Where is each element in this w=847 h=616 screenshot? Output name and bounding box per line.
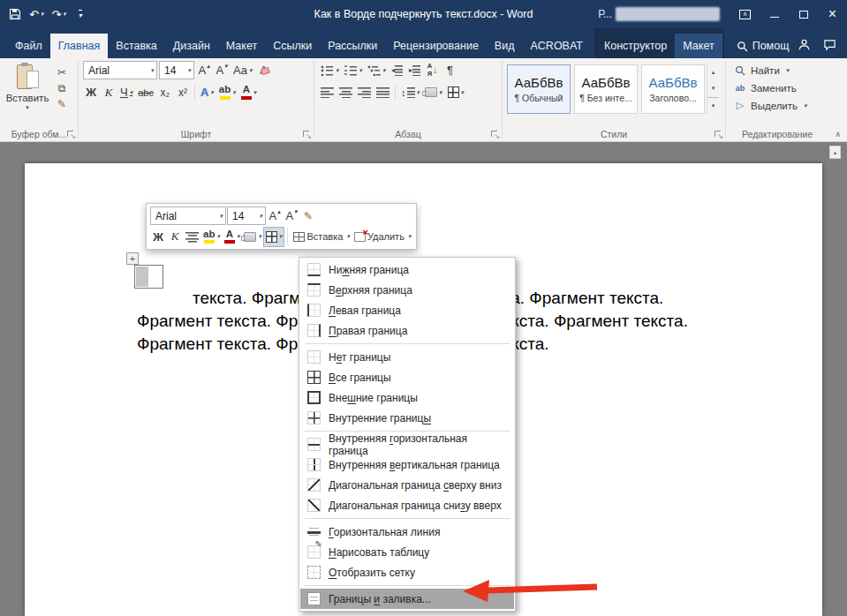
text-effects-button[interactable]: А▾ [199, 83, 216, 101]
menu-item-bottom-border[interactable]: Нижняя граница [300, 259, 514, 280]
select-button[interactable]: ▷ Выделить▾ [730, 98, 826, 113]
menu-item-inside-borders[interactable]: Внутренние границы [300, 408, 514, 428]
paste-button[interactable]: Вставить ▾ [4, 61, 50, 127]
style-normal[interactable]: АаБбВв ¶ Обычный [507, 64, 571, 114]
bold-button[interactable]: Ж [83, 83, 99, 101]
clipboard-dialog-launcher[interactable] [66, 130, 76, 139]
menu-item-diagonal-down-border[interactable]: Диагональная граница сверху вниз [300, 475, 514, 495]
menu-item-view-gridlines[interactable]: Отобразить сетку [300, 562, 514, 582]
tab-view[interactable]: Вид [487, 34, 523, 58]
borders-button[interactable]: ▾ [264, 228, 284, 246]
mini-font-family-combo[interactable]: Arial▾ [150, 207, 226, 225]
delete-button[interactable]: Удалить▾ [352, 227, 413, 246]
menu-item-inside-vertical-border[interactable]: Внутренняя вертикальная граница [300, 454, 514, 475]
borders-button[interactable]: ▾ [446, 83, 466, 101]
align-center-button[interactable] [337, 83, 354, 101]
maximize-button[interactable] [789, 0, 818, 28]
style-no-spacing[interactable]: АаБбВв ¶ Без инте... [574, 64, 638, 114]
tab-mailings[interactable]: Рассылки [320, 34, 385, 58]
highlight-color-button[interactable]: ab▾ [201, 228, 222, 246]
font-dialog-launcher[interactable] [302, 130, 312, 139]
close-button[interactable]: × [818, 0, 847, 28]
sort-button[interactable]: АЯ↓ [425, 61, 441, 79]
styles-scroll-up-button[interactable]: ▴ [707, 64, 719, 80]
customize-quick-access-button[interactable]: ▾ [71, 4, 90, 25]
multilevel-list-button[interactable]: ▾ [366, 61, 388, 79]
grow-font-button[interactable]: А▴ [267, 207, 283, 225]
format-painter-button[interactable]: ✎ [300, 207, 316, 225]
replace-button[interactable]: ab Заменить [730, 80, 826, 95]
tab-references[interactable]: Ссылки [265, 34, 320, 58]
menu-item-draw-table[interactable]: Нарисовать таблицу [300, 542, 514, 562]
change-case-button[interactable]: Аа▾ [231, 61, 254, 79]
tab-acrobat[interactable]: ACROBAT [522, 34, 591, 58]
tab-layout[interactable]: Макет [218, 34, 265, 58]
menu-item-right-border[interactable]: Правая граница [300, 320, 514, 341]
decrease-indent-button[interactable]: ◂ [389, 61, 405, 79]
save-button[interactable] [5, 4, 25, 25]
tab-file[interactable]: Файл [7, 34, 50, 58]
insert-table-button[interactable]: Вставка▾ [291, 227, 351, 246]
styles-more-button[interactable]: ▾ [707, 97, 719, 114]
font-family-combo[interactable]: Arial▾ [83, 61, 157, 79]
tab-design[interactable]: Дизайн [165, 34, 218, 58]
menu-item-horizontal-line[interactable]: Горизонтальная линия [300, 522, 514, 542]
tell-me-box[interactable]: Помощ [728, 34, 798, 58]
paragraph-dialog-launcher[interactable] [490, 130, 500, 139]
find-button[interactable]: Найти▾ [730, 63, 826, 78]
menu-item-no-border[interactable]: Нет границы [300, 347, 514, 367]
align-right-button[interactable] [356, 83, 373, 101]
redo-button[interactable]: ↷▾ [48, 4, 69, 25]
align-left-button[interactable] [319, 83, 336, 101]
menu-item-left-border[interactable]: Левая граница [300, 300, 514, 320]
menu-item-top-border[interactable]: Верхняя граница [300, 280, 514, 300]
format-painter-icon[interactable]: ✎ [57, 98, 66, 110]
table-move-handle[interactable]: + [126, 252, 139, 265]
menu-item-all-borders[interactable]: Все границы [300, 367, 514, 387]
comments-button[interactable] [823, 38, 836, 54]
tab-table-layout[interactable]: Макет [675, 34, 722, 58]
grow-font-button[interactable]: А▴ [196, 61, 212, 79]
show-paragraph-marks-button[interactable]: ¶ [442, 61, 458, 79]
shading-button[interactable]: ▾ [242, 228, 263, 246]
ribbon-display-options-button[interactable]: ∧ [730, 0, 760, 28]
bold-button[interactable]: Ж [150, 228, 166, 246]
subscript-button[interactable]: x₂ [157, 83, 173, 101]
menu-item-inside-horizontal-border[interactable]: Внутренняя горизонтальная граница [300, 434, 514, 454]
mini-font-size-combo[interactable]: 14▾ [227, 207, 266, 225]
numbering-button[interactable]: ▾ [343, 61, 365, 79]
italic-button[interactable]: К [167, 228, 183, 246]
styles-scroll-down-button[interactable]: ▾ [707, 80, 719, 96]
tab-insert[interactable]: Вставка [108, 34, 164, 58]
increase-indent-button[interactable]: ▸ [407, 61, 423, 79]
italic-button[interactable]: К [101, 83, 117, 101]
menu-item-borders-and-shading[interactable]: Границы и заливка... [300, 589, 514, 609]
clear-formatting-button[interactable]: А [256, 61, 272, 79]
scroll-up-button[interactable]: ▴ [829, 146, 841, 159]
account-button[interactable] [798, 38, 811, 54]
font-color-button[interactable]: А▾ [223, 228, 242, 246]
shading-button[interactable]: ▾ [423, 83, 444, 101]
line-spacing-button[interactable]: ↕▾ [399, 83, 421, 101]
superscript-button[interactable]: x² [175, 83, 191, 101]
undo-button[interactable]: ↶▾ [26, 4, 47, 25]
style-heading[interactable]: АаБбВв Заголово... [641, 64, 705, 114]
font-color-button[interactable]: А▾ [239, 83, 259, 101]
font-size-combo[interactable]: 14▾ [159, 61, 194, 79]
justify-button[interactable] [374, 83, 391, 101]
tab-table-design[interactable]: Конструктор [596, 34, 675, 58]
minimize-button[interactable] [760, 0, 789, 28]
shrink-font-button[interactable]: А▾ [284, 207, 299, 225]
tab-home[interactable]: Главная [50, 34, 109, 58]
align-button[interactable] [184, 228, 200, 246]
highlight-color-button[interactable]: ab▾ [217, 83, 238, 101]
table-cell[interactable] [134, 265, 163, 289]
menu-item-outside-borders[interactable]: Внешние границы [300, 387, 514, 408]
strikethrough-button[interactable]: abc [136, 83, 155, 101]
cut-icon[interactable]: ✂ [57, 66, 66, 79]
collapse-ribbon-button[interactable]: ∧ [835, 130, 841, 139]
menu-item-diagonal-up-border[interactable]: Диагональная граница снизу вверх [300, 495, 514, 515]
underline-button[interactable]: Ч▾ [118, 83, 134, 101]
copy-icon[interactable]: ⧉ [58, 82, 66, 94]
shrink-font-button[interactable]: А▾ [214, 61, 230, 79]
